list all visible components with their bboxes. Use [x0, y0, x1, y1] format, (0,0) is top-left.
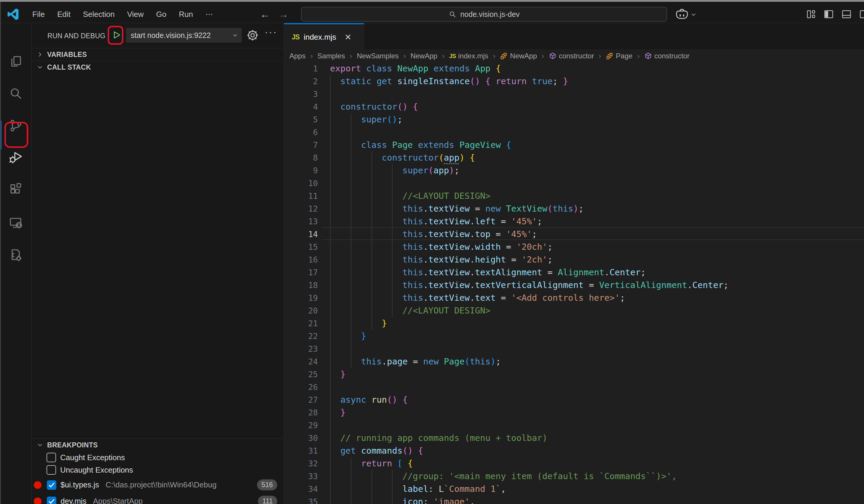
breadcrumb-item-samples[interactable]: Samples — [317, 52, 345, 60]
remote-explorer-icon[interactable] — [9, 216, 23, 230]
go-forward-icon[interactable]: → — [276, 3, 291, 25]
code-line[interactable]: super(); — [322, 113, 864, 126]
code-line[interactable]: icon: 'image', — [322, 495, 864, 504]
code-line[interactable]: get commands() { — [322, 444, 864, 457]
line-number[interactable]: 24 — [297, 355, 318, 368]
line-number[interactable]: 4 — [297, 100, 318, 113]
line-number[interactable]: 6 — [297, 126, 318, 139]
code-line[interactable]: this.page = new Page(this); — [322, 355, 864, 368]
line-number[interactable]: 17 — [297, 266, 318, 279]
line-number[interactable]: 26 — [297, 381, 318, 393]
checkbox[interactable] — [47, 453, 56, 462]
copilot-icon[interactable] — [675, 8, 688, 20]
breadcrumb-item-apps[interactable]: Apps — [289, 52, 306, 60]
code-line[interactable]: constructor() { — [322, 100, 864, 113]
line-number[interactable]: 34 — [297, 483, 318, 495]
code-line[interactable]: } — [322, 317, 864, 330]
line-number[interactable]: 29 — [297, 419, 318, 432]
code-line[interactable]: export class NewApp extends App { — [322, 62, 864, 75]
checkbox[interactable] — [47, 480, 56, 490]
breakpoint-file-row[interactable]: $ui.types.jsC:\das.project\!bin\Win64\De… — [32, 477, 284, 493]
code-line-current[interactable]: this.textView.top = '45%'; — [322, 227, 864, 240]
menu-item-run[interactable]: Run — [172, 7, 199, 22]
line-number[interactable]: 18 — [297, 279, 318, 292]
line-number[interactable]: 2 — [297, 75, 318, 88]
breakpoint-option-row[interactable]: Uncaught Exceptions — [32, 464, 284, 476]
line-number[interactable]: 32 — [297, 457, 318, 470]
line-number[interactable]: 23 — [297, 343, 318, 355]
more-actions-button[interactable]: ··· — [264, 26, 278, 41]
code-line[interactable]: class Page extends PageView { — [322, 139, 864, 151]
menu-item-edit[interactable]: Edit — [51, 7, 77, 22]
checkbox[interactable] — [47, 496, 56, 504]
code-line[interactable] — [322, 126, 864, 139]
line-number[interactable]: 33 — [297, 470, 318, 483]
tab-close-icon[interactable]: ✕ — [345, 32, 351, 42]
explorer-icon[interactable] — [9, 54, 23, 69]
source-control-icon[interactable] — [9, 119, 23, 133]
line-number[interactable]: 7 — [297, 139, 318, 151]
code-editor[interactable]: 1export class NewApp extends App {2stati… — [284, 62, 864, 504]
code-line[interactable]: static get singleInstance() { return tru… — [322, 75, 864, 88]
line-number[interactable]: 19 — [297, 292, 318, 304]
line-number[interactable]: 9 — [297, 164, 318, 177]
section-variables[interactable]: VARIABLES — [32, 48, 284, 61]
line-number[interactable]: 16 — [297, 253, 318, 266]
code-line[interactable]: this.textView.width = '20ch'; — [322, 241, 864, 253]
line-number[interactable]: 28 — [297, 406, 318, 419]
code-line[interactable]: async run() { — [322, 393, 864, 406]
code-line[interactable]: } — [322, 330, 864, 343]
line-number[interactable]: 11 — [297, 189, 318, 202]
code-line[interactable] — [322, 343, 864, 355]
search-icon[interactable] — [9, 87, 23, 101]
line-number[interactable]: 35 — [297, 495, 318, 504]
code-line[interactable] — [322, 177, 864, 189]
code-line[interactable]: } — [322, 406, 864, 419]
line-number[interactable]: 27 — [297, 393, 318, 406]
section-breakpoints[interactable]: BREAKPOINTS — [32, 439, 284, 451]
line-number[interactable]: 10 — [297, 177, 318, 189]
customize-layout-icon[interactable] — [805, 9, 817, 20]
menu-item-more[interactable]: ⋯ — [199, 7, 219, 22]
line-number[interactable]: 5 — [297, 113, 318, 126]
code-line[interactable]: //group: '<main meny item (default is `C… — [322, 470, 864, 483]
code-line[interactable] — [322, 88, 864, 100]
line-number[interactable]: 3 — [297, 88, 318, 100]
menu-item-go[interactable]: Go — [150, 7, 173, 22]
breadcrumb-item-newsamples[interactable]: NewSamples — [357, 52, 398, 60]
debug-settings-gear-icon[interactable] — [246, 28, 260, 42]
code-line[interactable]: // running app commands (menu + toolbar) — [322, 432, 864, 444]
code-line[interactable]: label: L`Command 1`, — [322, 483, 864, 495]
menu-item-selection[interactable]: Selection — [77, 7, 121, 22]
menu-item-view[interactable]: View — [121, 7, 150, 22]
tab-index-mjs[interactable]: JS index.mjs ✕ — [284, 23, 364, 50]
line-number[interactable]: 8 — [297, 151, 318, 164]
run-and-debug-icon[interactable] — [9, 150, 23, 164]
extensions-icon[interactable] — [9, 182, 23, 196]
breakpoint-option-row[interactable]: Caught Exceptions — [32, 451, 284, 464]
code-line[interactable]: //<LAYOUT DESIGN> — [322, 304, 864, 317]
start-debugging-button[interactable] — [111, 27, 123, 43]
project-tools-icon[interactable] — [9, 248, 23, 262]
code-line[interactable] — [322, 419, 864, 432]
breadcrumb-item-index.mjs[interactable]: JSindex.mjs — [449, 52, 488, 60]
debug-configuration-dropdown[interactable]: start node.vision.js:9222 — [126, 28, 242, 43]
code-line[interactable]: super(app); — [322, 164, 864, 177]
line-number[interactable]: 22 — [297, 330, 318, 343]
toggle-panel-icon[interactable] — [841, 9, 852, 20]
code-line[interactable]: } — [322, 368, 864, 381]
line-number[interactable]: 25 — [297, 368, 318, 381]
line-number[interactable]: 15 — [297, 241, 318, 253]
copilot-chevron-down-icon[interactable] — [690, 11, 697, 19]
code-line[interactable]: this.textView.left = '45%'; — [322, 215, 864, 228]
toggle-secondary-sidebar-icon[interactable] — [859, 9, 864, 20]
breadcrumb-item-page[interactable]: Page — [606, 52, 633, 60]
menu-item-file[interactable]: File — [26, 7, 51, 22]
breadcrumb-item-constructor[interactable]: constructor — [644, 52, 690, 60]
checkbox[interactable] — [47, 465, 56, 475]
section-call-stack[interactable]: CALL STACK — [32, 61, 284, 73]
breadcrumb-item-newapp[interactable]: NewApp — [410, 52, 437, 60]
go-back-icon[interactable]: ← — [257, 3, 273, 25]
code-line[interactable]: this.textView.height = '2ch'; — [322, 253, 864, 266]
toggle-primary-sidebar-icon[interactable] — [823, 9, 835, 20]
